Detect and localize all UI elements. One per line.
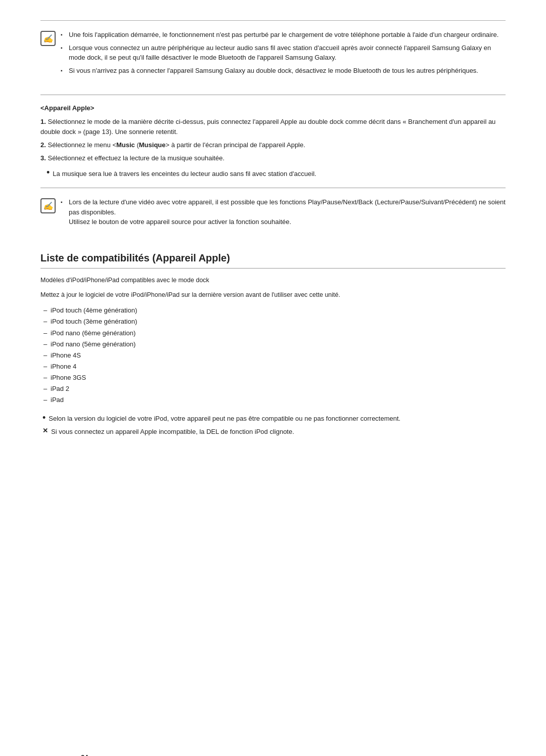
note-text-2: Lors de la lecture d'une vidéo avec votr… [61, 197, 506, 230]
compat-item-6: iPhone 3GS [40, 372, 506, 383]
note-block-1: ✍ Une fois l'application démarrée, le fo… [40, 30, 506, 85]
step-1-text: Sélectionnez le mode de la manière décri… [40, 118, 495, 136]
step-2-post: > à partir de l'écran principal de l'app… [166, 141, 305, 149]
note-list-2: Lors de la lecture d'une vidéo avec votr… [61, 197, 506, 227]
compat-item-7: iPad 2 [40, 383, 506, 394]
compat-subtitle-1: Modèles d'iPod/iPhone/iPad compatibles a… [40, 276, 506, 285]
note-block-2: ✍ Lors de la lecture d'une vidéo avec vo… [40, 197, 506, 237]
page-number: 24 [81, 753, 88, 756]
bullet-note-dot: • [42, 413, 46, 422]
compat-section-title: Liste de compatibilités (Appareil Apple) [40, 252, 506, 269]
step-3: 3. Sélectionnez et effectuez la lecture … [40, 153, 506, 163]
divider-2 [40, 188, 506, 188]
top-divider [40, 20, 506, 21]
compat-list: iPod touch (4ème génération) iPod touch … [40, 305, 506, 406]
compat-item-1: iPod touch (3ème génération) [40, 316, 506, 327]
note-icon-2: ✍ [40, 198, 56, 213]
note-icon-symbol-2: ✍ [43, 201, 53, 211]
divider-1 [40, 95, 506, 95]
compat-item-3: iPod nano (5ème génération) [40, 339, 506, 350]
step-2-bold2: Musique [139, 141, 166, 149]
note-item-1-3: Si vous n'arrivez pas à connecter l'appa… [61, 66, 506, 76]
compat-subtitle-2: Mettez à jour le logiciel de votre iPod/… [40, 290, 506, 300]
sub-bullet-1: • La musique sera lue à travers les ence… [40, 169, 506, 179]
compat-item-5: iPhone 4 [40, 361, 506, 372]
sub-bullet-text: La musique sera lue à travers les encein… [53, 169, 506, 179]
compat-item-8: iPad [40, 394, 506, 406]
step-2-number: 2. [40, 141, 46, 149]
note-text-1: Une fois l'application démarrée, le fonc… [61, 30, 506, 78]
note-item-1-1: Une fois l'application démarrée, le fonc… [61, 30, 506, 40]
compat-item-2: iPod nano (6ème génération) [40, 328, 506, 339]
step-3-text: Sélectionnez et effectuez la lecture de … [48, 154, 224, 162]
step-2-pre: Sélectionnez le menu < [48, 141, 116, 149]
step-1-number: 1. [40, 118, 46, 125]
note-icon-symbol-1: ✍ [43, 34, 53, 43]
sub-bullet-dot: • [47, 168, 50, 177]
cross-note: ✕ Si vous connectez un appareil Apple in… [40, 427, 506, 437]
bullet-note: • Selon la version du logiciel de votre … [40, 414, 506, 424]
note-item-2-1: Lors de la lecture d'une vidéo avec votr… [61, 197, 506, 227]
note-item-1-2: Lorsque vous connectez un autre périphér… [61, 43, 506, 63]
appareil-apple-heading: <Appareil Apple> [40, 104, 506, 112]
steps-list: 1. Sélectionnez le mode de la manière dé… [40, 117, 506, 164]
step-3-number: 3. [40, 154, 46, 162]
compat-item-0: iPod touch (4ème génération) [40, 305, 506, 316]
cross-note-text: Si vous connectez un appareil Apple inco… [51, 427, 506, 437]
step-1: 1. Sélectionnez le mode de la manière dé… [40, 117, 506, 137]
note-list-1: Une fois l'application démarrée, le fonc… [61, 30, 506, 75]
note-icon-1: ✍ [40, 31, 56, 46]
step-2-bold: Music [116, 141, 135, 149]
compat-item-4: iPhone 4S [40, 350, 506, 361]
step-2: 2. Sélectionnez le menu <Music (Musique>… [40, 140, 506, 150]
cross-symbol: ✕ [42, 427, 48, 434]
bullet-note-text: Selon la version du logiciel de votre iP… [49, 414, 506, 424]
